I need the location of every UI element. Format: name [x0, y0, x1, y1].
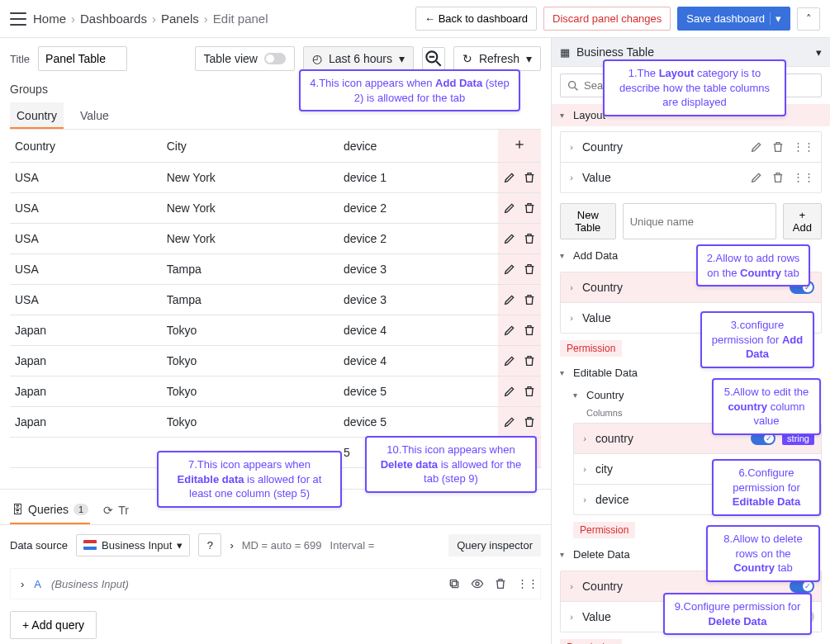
title-input[interactable]: [38, 46, 127, 71]
chevron-right-icon: ›: [567, 173, 576, 182]
table-cell: USA: [10, 193, 162, 224]
save-button[interactable]: Save dashboard ▾: [677, 7, 790, 31]
trash-icon[interactable]: [523, 201, 536, 215]
database-icon: 🗄: [12, 503, 23, 516]
trash-icon[interactable]: [523, 263, 536, 276]
permission-add[interactable]: Permission: [560, 340, 622, 357]
permission-edit[interactable]: Permission: [573, 522, 635, 538]
trash-icon[interactable]: [523, 232, 536, 245]
add-button[interactable]: + Add: [783, 203, 822, 239]
editable-label: Editable Data: [573, 367, 638, 379]
pencil-icon[interactable]: [503, 293, 516, 306]
chevron-right-icon: ›: [567, 612, 576, 622]
trash-icon[interactable]: [494, 577, 507, 590]
trash-icon[interactable]: [771, 140, 785, 154]
table-cell: Tokyo: [162, 407, 339, 438]
interval-info: Interval =: [330, 539, 375, 552]
callout-3: 3.configure permission for Add Data: [700, 311, 814, 368]
help-icon[interactable]: ?: [198, 533, 221, 556]
edit-icon[interactable]: [750, 140, 763, 154]
table-row: JapanTokyodevice 5: [10, 376, 541, 407]
drag-icon[interactable]: ⋮⋮: [793, 171, 814, 184]
table-cell: Japan: [10, 407, 162, 438]
col-device[interactable]: device: [339, 130, 498, 163]
eye-icon[interactable]: [471, 577, 484, 590]
col-city[interactable]: City: [162, 130, 339, 163]
discard-button[interactable]: Discard panel changes: [543, 7, 671, 31]
save-label: Save dashboard: [686, 12, 765, 25]
col-country[interactable]: Country: [10, 130, 162, 163]
trash-icon[interactable]: [523, 171, 536, 184]
row-actions: [498, 193, 541, 224]
chevron-right-icon: ›: [581, 495, 589, 504]
unique-name-input[interactable]: [623, 203, 776, 239]
add-row-button[interactable]: [498, 130, 541, 163]
crumb-home[interactable]: Home: [33, 12, 66, 26]
trash-icon[interactable]: [771, 171, 785, 184]
svg-rect-6: [450, 580, 456, 585]
pencil-icon[interactable]: [503, 385, 516, 398]
pencil-icon[interactable]: [503, 263, 516, 276]
trash-icon[interactable]: [523, 385, 536, 398]
refresh-button[interactable]: ↻ Refresh ▾: [453, 46, 541, 71]
tab-value[interactable]: Value: [78, 102, 111, 129]
crumb-panels[interactable]: Panels: [161, 12, 199, 26]
chevron-right-icon[interactable]: ›: [21, 578, 24, 590]
chevron-down-icon: ▾: [573, 391, 581, 400]
chevron-right-icon: ›: [581, 464, 589, 474]
tab-transform[interactable]: ⟳ Tr: [102, 496, 130, 524]
time-range-picker[interactable]: ◴ Last 6 hours ▾: [303, 46, 414, 71]
pencil-icon[interactable]: [503, 232, 516, 245]
trash-icon[interactable]: [523, 415, 536, 429]
chevron-right-icon: ›: [567, 581, 576, 591]
transform-label: Tr: [118, 504, 129, 517]
chevron-up-icon[interactable]: ˄: [797, 7, 820, 31]
table-cell: New York: [162, 163, 339, 193]
tab-country[interactable]: Country: [10, 102, 64, 129]
table-cell: device 5: [339, 407, 498, 438]
table-row: JapanTokyodevice 4: [10, 315, 541, 346]
pencil-icon[interactable]: [503, 324, 516, 337]
callout-4: 4.This icon appears when Add Data (step …: [299, 69, 520, 111]
svg-line-1: [436, 61, 440, 65]
row-actions: [498, 407, 541, 438]
drag-icon[interactable]: ⋮⋮: [517, 577, 530, 590]
tab-queries[interactable]: 🗄 Queries 1: [10, 496, 90, 524]
pencil-icon[interactable]: [503, 415, 516, 429]
chevron-down-icon: ▾: [399, 52, 405, 65]
edit-icon[interactable]: [750, 171, 763, 184]
trash-icon[interactable]: [523, 324, 536, 337]
row-actions: [498, 285, 541, 315]
table-row: JapanTokyodevice 4: [10, 346, 541, 376]
back-button[interactable]: ← Back to dashboard: [415, 7, 537, 31]
layout-item-value[interactable]: › Value ⋮⋮: [561, 162, 821, 192]
table-row: JapanTokyodevice 5: [10, 407, 541, 438]
copy-icon[interactable]: [448, 577, 461, 590]
svg-point-8: [569, 82, 576, 88]
permission-delete[interactable]: Permission: [560, 639, 622, 644]
table-cell: Tampa: [162, 254, 339, 285]
add-query-button[interactable]: + Add query: [10, 611, 97, 639]
chevron-right-icon[interactable]: ›: [230, 539, 233, 552]
trash-icon[interactable]: [523, 354, 536, 367]
delete-label: Delete Data: [573, 548, 630, 561]
chevron-down-icon[interactable]: ▾: [816, 46, 822, 59]
queries-count: 1: [74, 504, 88, 515]
crumb-dashboards[interactable]: Dashboards: [80, 12, 147, 26]
datasource-picker[interactable]: Business Input ▾: [76, 534, 190, 556]
drag-icon[interactable]: ⋮⋮: [793, 140, 814, 154]
query-inspector-button[interactable]: Query inspector: [448, 534, 541, 556]
chevron-down-icon: ▾: [526, 52, 532, 65]
pencil-icon[interactable]: [503, 354, 516, 367]
row-actions: [498, 346, 541, 376]
zoom-out-icon[interactable]: [422, 47, 445, 70]
pencil-icon[interactable]: [503, 171, 516, 184]
layout-value-label: Value: [582, 171, 743, 184]
pencil-icon[interactable]: [503, 201, 516, 215]
table-view-toggle[interactable]: Table view: [195, 46, 295, 71]
trash-icon[interactable]: [523, 293, 536, 306]
panel-type-icon: ▦: [560, 46, 570, 59]
layout-item-country[interactable]: › Country ⋮⋮: [561, 132, 821, 162]
new-table-button[interactable]: New Table: [560, 203, 616, 239]
menu-icon[interactable]: [10, 12, 26, 26]
